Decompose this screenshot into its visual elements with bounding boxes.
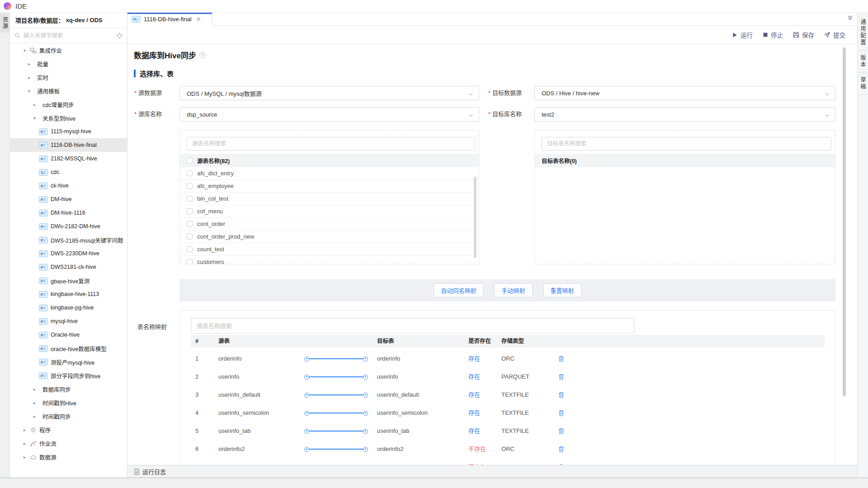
sidebar-item-cdc[interactable]: Scdc: [10, 165, 127, 179]
tab-close-icon[interactable]: ✕: [196, 16, 201, 22]
list-item-cont_order[interactable]: cont_order: [180, 218, 479, 230]
sidebar-item-ck-hive[interactable]: Pck-hive: [10, 179, 127, 192]
sidebar-item-部分字段同步到hive[interactable]: P部分字段同步到hive: [10, 369, 127, 382]
run-button[interactable]: 运行: [732, 30, 753, 39]
delete-icon[interactable]: [558, 440, 565, 458]
main-scrollbar[interactable]: [843, 47, 846, 396]
caret-down-icon[interactable]: ▾: [33, 116, 39, 121]
right-tab-general-config[interactable]: 通用配置: [858, 15, 868, 51]
sidebar-item-DWs-2182-DM-hive[interactable]: PDWs-2182-DM-hive: [10, 220, 127, 233]
select-all-checkbox[interactable]: [187, 158, 193, 164]
tab-1116-DB-hive-final[interactable]: P 1116-DB-hive-final ✕: [127, 13, 212, 26]
row-checkbox[interactable]: [187, 196, 193, 202]
sidebar-item-关系型到hive[interactable]: ▾关系型到hive: [10, 111, 127, 125]
delete-icon[interactable]: [558, 458, 565, 465]
sidebar-item-cdc增量同步[interactable]: ▸cdc增量同步: [10, 98, 127, 111]
target-db-select[interactable]: test2: [534, 107, 835, 122]
run-log-bar[interactable]: 运行日志: [127, 465, 857, 478]
row-checkbox[interactable]: [187, 246, 193, 252]
sidebar-item-时间戳同步[interactable]: ▸时间戳同步: [10, 409, 127, 423]
list-item-bin_col_test[interactable]: bin_col_test: [180, 192, 479, 205]
target-datasource-select[interactable]: ODS / Hive / hive-new: [534, 86, 835, 100]
list-item-cof_menu[interactable]: cof_menu: [180, 205, 479, 218]
help-icon[interactable]: ?: [199, 52, 206, 58]
caret-right-icon[interactable]: ▸: [24, 455, 29, 460]
row-checkbox[interactable]: [187, 183, 193, 189]
sidebar-item-批量[interactable]: ▸批量: [10, 57, 127, 70]
row-checkbox[interactable]: [187, 208, 193, 214]
tree-item-label: kingbase-hive-1113: [51, 291, 99, 297]
caret-down-icon[interactable]: ▾: [28, 89, 33, 94]
list-item-customers[interactable]: customers: [180, 256, 479, 264]
auto-map-button[interactable]: 自动同名映射: [434, 283, 483, 297]
sidebar-item-DWS-2185-mssql关键字问题[interactable]: PDWS-2185-mssql关键字问题: [10, 233, 127, 247]
sidebar-item-数据源[interactable]: ▸数据源: [10, 450, 127, 464]
collapse-tabs-icon[interactable]: [847, 14, 854, 21]
list-scrollbar[interactable]: [474, 177, 476, 258]
target-table-name: userinfo_tab: [377, 422, 410, 440]
sidebar-item-数据库同步[interactable]: ▸数据库同步: [10, 382, 127, 396]
caret-right-icon[interactable]: ▸: [33, 400, 39, 405]
row-checkbox[interactable]: [187, 221, 193, 227]
delete-icon[interactable]: [558, 386, 565, 404]
source-table-search-input[interactable]: [187, 137, 475, 150]
sidebar-item-Oracle-hive[interactable]: POracle-hive: [10, 328, 127, 342]
sidebar-item-集成作业[interactable]: ▾集成作业: [10, 43, 127, 57]
sidebar-item-kingbase-pg-hive[interactable]: Pkingbase-pg-hive: [10, 301, 127, 314]
sidebar-item-1116-DB-hive-final[interactable]: P1116-DB-hive-final: [10, 138, 127, 152]
caret-right-icon[interactable]: ▸: [24, 427, 29, 432]
submit-button[interactable]: 提交: [824, 30, 845, 39]
reset-map-button[interactable]: 重置映射: [543, 283, 581, 297]
manual-map-button[interactable]: 手动映射: [494, 283, 532, 297]
sidebar-item-DWS-2230DM-hive[interactable]: PDWS-2230DM-hive: [10, 247, 127, 260]
sidebar-item-DM-hive-1116[interactable]: PDM-hive-1116: [10, 206, 127, 220]
target-table-search-input[interactable]: [542, 137, 831, 150]
tree-item-label: 部分字段同步到hive: [51, 371, 100, 380]
locate-icon[interactable]: [116, 33, 123, 39]
caret-right-icon[interactable]: ▸: [33, 414, 39, 419]
caret-right-icon[interactable]: ▸: [33, 102, 39, 107]
sidebar-item-kingbase-hive-1113[interactable]: Pkingbase-hive-1113: [10, 287, 127, 301]
sidebar-item-测投产mysql-hive[interactable]: P测投产mysql-hive: [10, 355, 127, 369]
row-checkbox[interactable]: [187, 170, 193, 176]
sidebar-item-mysql-hive[interactable]: Pmysql-hive: [10, 314, 127, 328]
list-item-afc_employee[interactable]: afc_employee: [180, 180, 479, 192]
sidebar-item-DM-hive[interactable]: PDM-hive: [10, 192, 127, 206]
list-item-count_test[interactable]: count_test: [180, 243, 479, 256]
delete-icon[interactable]: [558, 368, 565, 386]
delete-icon[interactable]: [558, 422, 565, 440]
source-db-select[interactable]: dsp_source: [179, 107, 479, 122]
sidebar-item-2182-MSSQL-hive[interactable]: P2182-MSSQL-hive: [10, 152, 127, 165]
sidebar-item-DWS2181-ck-hive[interactable]: PDWS2181-ck-hive: [10, 260, 127, 274]
caret-right-icon[interactable]: ▸: [28, 61, 33, 66]
right-tab-draft[interactable]: 草稿: [858, 73, 868, 95]
sidebar-item-gbase-hive复测[interactable]: Pgbase-hive复测: [10, 274, 127, 287]
mapping-search-input[interactable]: [191, 318, 634, 333]
row-checkbox[interactable]: [187, 259, 193, 264]
source-datasource-select[interactable]: ODS / MySQL / mysql数据源: [179, 86, 479, 100]
stop-button[interactable]: 停止: [763, 30, 783, 39]
sidebar-search-input[interactable]: [24, 33, 113, 39]
caret-right-icon[interactable]: ▸: [28, 75, 33, 80]
save-icon: [793, 32, 799, 38]
sidebar-item-作业流[interactable]: ▸作业流: [10, 436, 127, 450]
sidebar-item-oracle-hive数据库模型[interactable]: Poracle-hive数据库模型: [10, 342, 127, 355]
caret-down-icon[interactable]: ▾: [24, 48, 29, 53]
tree-item-label: DWS2181-ck-hive: [51, 264, 96, 270]
caret-right-icon[interactable]: ▸: [33, 387, 39, 392]
delete-icon[interactable]: [558, 404, 565, 422]
sidebar-item-时间戳到Hive[interactable]: ▸时间戳到Hive: [10, 396, 127, 409]
caret-right-icon[interactable]: ▸: [24, 441, 29, 446]
list-item-cont_order_prod_new[interactable]: cont_order_prod_new: [180, 230, 479, 243]
list-item-afc_dict_entry[interactable]: afc_dict_entry: [180, 167, 479, 180]
delete-icon[interactable]: [558, 350, 565, 368]
sidebar-item-通用模板[interactable]: ▾通用模板: [10, 84, 127, 98]
right-tab-version[interactable]: 版本: [858, 51, 868, 73]
mapping-connector-icon: [304, 428, 368, 434]
resource-rail-tab[interactable]: 资源: [0, 14, 10, 33]
sidebar-item-程序[interactable]: ▸程序: [10, 423, 127, 436]
row-checkbox[interactable]: [187, 234, 193, 239]
save-button[interactable]: 保存: [793, 30, 814, 39]
sidebar-item-实时[interactable]: ▸实时: [10, 70, 127, 84]
sidebar-item-1115-mysql-hive[interactable]: P1115-mysql-hive: [10, 125, 127, 138]
